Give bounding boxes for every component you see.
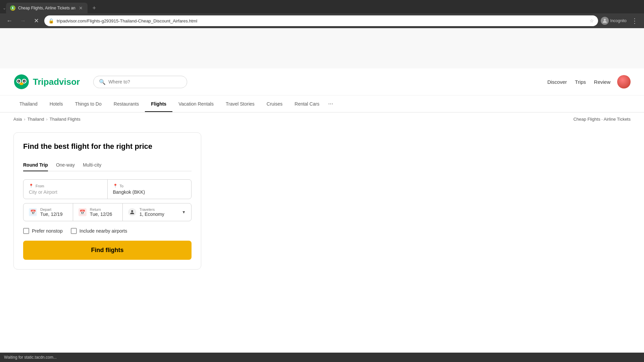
logo-text: Tripadvisor [33,77,80,87]
return-date-info: Return Tue, 12/26 [90,207,112,217]
category-more-button[interactable]: ··· [325,96,336,112]
depart-date-group[interactable]: 📅 Depart Tue, 12/19 [23,203,73,221]
tab-list-button[interactable]: ⌄ [3,6,6,10]
category-item-things-to-do[interactable]: Things to Do [69,97,107,111]
category-item-rental-cars[interactable]: Rental Cars [288,97,325,111]
svg-point-8 [18,80,19,82]
tab-multi-city[interactable]: Multi-city [83,159,101,171]
widget-title: Find the best flight for the right price [23,142,192,151]
svg-point-1 [12,7,13,8]
find-flights-button[interactable]: Find flights [23,241,192,260]
location-to-icon: 📍 [113,184,118,188]
travelers-value: 1, Economy [140,212,178,217]
flight-widget: Find the best flight for the right price… [13,132,201,269]
nav-item-review[interactable]: Review [594,79,610,85]
to-input-group[interactable]: 📍 To Bangkok (BKK) [108,180,192,199]
address-bar[interactable]: 🔒 tripadvisor.com/Flights-g293915-Thaila… [44,15,598,26]
travelers-group[interactable]: Travelers 1, Economy ▼ [123,203,191,221]
svg-point-2 [604,19,606,21]
location-from-icon: 📍 [29,184,34,188]
flight-route-inputs: 📍 From City or Airport 📍 To Bangkok (BKK… [23,179,192,199]
browser-menu-button[interactable]: ⋮ [629,15,640,26]
tab-one-way[interactable]: One-way [56,159,75,171]
search-input[interactable] [108,79,175,84]
tab-favicon [10,5,15,11]
depart-date-info: Depart Tue, 12/19 [40,207,62,217]
header-nav: Discover Trips Review [547,79,610,85]
profile-icon [601,17,609,25]
to-input[interactable]: Bangkok (BKK) [113,189,186,195]
travelers-dropdown-arrow: ▼ [182,210,186,215]
from-input[interactable]: City or Airport [29,189,102,195]
svg-point-9 [23,80,25,82]
tab-title: Cheap Flights, Airline Tickets an [18,6,75,10]
breadcrumb-bar: Asia › Thailand › Thailand Flights Cheap… [0,113,644,126]
tab-bar: ⌄ Cheap Flights, Airline Tickets an ✕ + [0,0,644,13]
category-item-travel-stories[interactable]: Travel Stories [220,97,261,111]
return-calendar-icon: 📅 [78,208,87,216]
svg-point-11 [131,210,133,212]
category-item-hotels[interactable]: Hotels [44,97,69,111]
active-tab[interactable]: Cheap Flights, Airline Tickets an ✕ [6,3,88,13]
avatar-image [617,75,631,88]
to-label: 📍 To [113,184,186,188]
url-text: tripadvisor.com/Flights-g293915-Thailand… [57,18,587,23]
main-content: Find the best flight for the right price… [0,126,644,276]
browser-window: ⌄ Cheap Flights, Airline Tickets an ✕ + … [0,0,644,28]
tab-round-trip[interactable]: Round Trip [23,159,48,171]
nav-item-discover[interactable]: Discover [547,79,567,85]
travelers-info: Travelers 1, Economy [140,207,178,217]
include-nearby-label: Include nearby airports [79,228,127,234]
logo-owl-icon [13,74,30,90]
nav-item-trips[interactable]: Trips [575,79,586,85]
search-bar[interactable]: 🔍 [93,76,187,88]
breadcrumb-right-text: Cheap Flights · Airline Tickets [573,117,631,122]
checkbox-row: Prefer nonstop Include nearby airports [23,228,192,234]
svg-point-3 [14,74,29,89]
site-header: Tripadvisor 🔍 Discover Trips Review [0,68,644,96]
reload-button[interactable]: ✕ [31,15,42,26]
category-item-restaurants[interactable]: Restaurants [108,97,145,111]
include-nearby-box [71,228,77,234]
page-content: Tripadvisor 🔍 Discover Trips Review Thai… [0,28,644,347]
return-date-group[interactable]: 📅 Return Tue, 12/26 [73,203,123,221]
back-button[interactable]: ← [4,15,15,26]
breadcrumb-current: Thailand Flights [50,117,80,122]
svg-point-10 [19,82,23,85]
prefer-nonstop-label: Prefer nonstop [32,228,63,234]
breadcrumb-asia[interactable]: Asia [13,117,22,122]
user-avatar[interactable] [617,75,631,88]
category-item-flights[interactable]: Flights [145,97,172,111]
breadcrumb: Asia › Thailand › Thailand Flights [13,117,80,122]
logo-area: Tripadvisor [13,74,80,90]
travelers-icon [128,208,136,216]
depart-value: Tue, 12/19 [40,212,62,217]
incognito-label: Incognito [610,18,627,23]
ad-space [0,28,644,68]
search-icon: 🔍 [99,79,106,85]
category-item-cruises[interactable]: Cruises [261,97,288,111]
category-item-vacation-rentals[interactable]: Vacation Rentals [172,97,220,111]
prefer-nonstop-checkbox[interactable]: Prefer nonstop [23,228,63,234]
forward-button[interactable]: → [17,15,28,26]
tab-close-button[interactable]: ✕ [78,5,84,11]
from-label: 📍 From [29,184,102,188]
return-value: Tue, 12/26 [90,212,112,217]
travelers-label: Travelers [140,207,178,212]
breadcrumb-sep-1: › [24,117,25,122]
depart-label: Depart [40,207,62,212]
bookmark-icon[interactable]: ☆ [590,18,594,23]
profile-area[interactable]: Incognito [601,17,627,25]
lock-icon: 🔒 [48,18,54,23]
include-nearby-airports-checkbox[interactable]: Include nearby airports [71,228,127,234]
depart-calendar-icon: 📅 [29,208,37,216]
from-input-group[interactable]: 📍 From City or Airport [23,180,108,199]
trip-type-tabs: Round Trip One-way Multi-city [23,159,192,171]
breadcrumb-sep-2: › [46,117,48,122]
category-item-thailand[interactable]: Thailand [13,97,44,111]
breadcrumb-thailand[interactable]: Thailand [28,117,44,122]
new-tab-button[interactable]: + [90,4,98,12]
browser-toolbar: ← → ✕ 🔒 tripadvisor.com/Flights-g293915-… [0,13,644,28]
right-content [215,132,631,269]
prefer-nonstop-box [23,228,29,234]
